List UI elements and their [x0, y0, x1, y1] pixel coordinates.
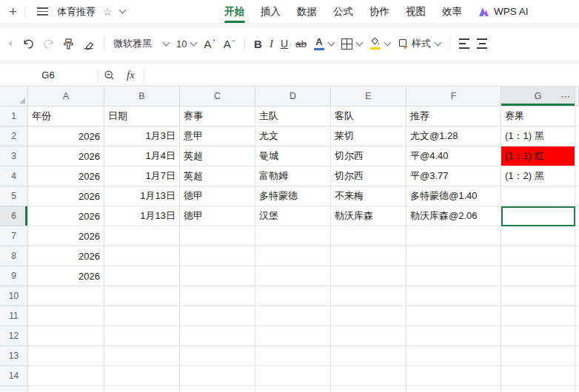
cell-f2[interactable]: 尤文@1.28 [406, 126, 501, 146]
row-header-11[interactable]: 11 [0, 306, 28, 326]
col-header-b[interactable]: B [104, 87, 180, 107]
cell-e2[interactable]: 莱切 [331, 126, 406, 146]
cell-b10[interactable] [104, 286, 180, 306]
cell-e14[interactable] [331, 366, 406, 386]
col-header-a[interactable]: A [28, 87, 104, 107]
cell-c10[interactable] [180, 286, 255, 306]
cell-e5[interactable]: 不来梅 [331, 186, 406, 206]
align-left-button[interactable] [459, 37, 469, 50]
cell-f13[interactable] [406, 346, 501, 366]
row-header-1[interactable]: 1 [0, 107, 28, 126]
cell-a12[interactable] [28, 326, 104, 346]
cell-g5[interactable] [501, 186, 575, 206]
chevron-down-icon[interactable] [356, 38, 364, 46]
cell-d4[interactable]: 富勒姆 [255, 166, 331, 186]
row-header-15[interactable]: 15 [0, 386, 28, 392]
cell-c9[interactable] [180, 266, 255, 286]
cell-f4[interactable]: 平@3.77 [406, 166, 501, 186]
cell-a15[interactable] [28, 386, 104, 392]
cell-a10[interactable] [28, 286, 104, 306]
cell-b1[interactable]: 日期 [104, 107, 180, 126]
cell-f15[interactable] [406, 386, 501, 392]
tab-formulas[interactable]: 公式 [333, 0, 353, 23]
cell-e6[interactable]: 勒沃库森 [331, 206, 406, 226]
tab-data[interactable]: 数据 [297, 0, 317, 23]
cell-c7[interactable] [180, 226, 255, 246]
cell-e15[interactable] [331, 386, 406, 392]
cell-e12[interactable] [331, 326, 406, 346]
more-columns-icon[interactable]: ⋯ [560, 91, 571, 102]
cell-g11[interactable] [501, 306, 575, 326]
cell-a9[interactable]: 2026 [28, 266, 104, 286]
cell-b12[interactable] [104, 326, 180, 346]
cell-c14[interactable] [180, 366, 255, 386]
cell-d15[interactable] [255, 386, 331, 392]
new-tab-button[interactable]: + [9, 4, 17, 20]
cell-a4[interactable]: 2026 [28, 166, 104, 186]
italic-button[interactable]: I [270, 38, 273, 50]
cell-b4[interactable]: 1月7日 [104, 166, 180, 186]
cell-a7[interactable]: 2026 [28, 226, 104, 246]
cell-d1[interactable]: 主队 [255, 107, 331, 126]
cell-d13[interactable] [255, 346, 331, 366]
cell-a8[interactable]: 2026 [28, 246, 104, 266]
cell-g7[interactable] [501, 226, 575, 246]
cell-b15[interactable] [104, 386, 180, 392]
row-header-2[interactable]: 2 [0, 126, 28, 146]
cell-e1[interactable]: 客队 [331, 107, 406, 126]
menu-icon[interactable] [37, 5, 48, 18]
cell-h12[interactable] [575, 326, 579, 346]
fill-color-button[interactable] [369, 38, 390, 50]
cell-d6[interactable]: 汉堡 [255, 206, 331, 226]
row-header-4[interactable]: 4 [0, 166, 28, 186]
cell-f11[interactable] [406, 306, 501, 326]
cell-c12[interactable] [180, 326, 255, 346]
cell-e7[interactable] [331, 226, 406, 246]
cell-d7[interactable] [255, 226, 331, 246]
zoom-out-button[interactable] [104, 70, 116, 81]
cell-h14[interactable] [575, 366, 579, 386]
formula-input[interactable] [146, 64, 579, 86]
cell-e8[interactable] [331, 246, 406, 266]
tab-wps-ai[interactable]: WPS AI [478, 6, 529, 17]
cell-f8[interactable] [406, 246, 501, 266]
cell-g4[interactable]: (1：2) 黑 [501, 166, 575, 186]
cell-f9[interactable] [406, 266, 501, 286]
cell-h5[interactable] [575, 186, 579, 206]
cell-h7[interactable] [575, 226, 579, 246]
increase-font-button[interactable]: A+ [204, 38, 215, 50]
doc-title-chevron-icon[interactable] [118, 7, 126, 14]
collapse-toolbar-button[interactable] [7, 41, 15, 47]
cell-e4[interactable]: 切尔西 [331, 166, 406, 186]
cell-h13[interactable] [575, 346, 579, 366]
cell-c15[interactable] [180, 386, 255, 392]
undo-button[interactable] [22, 38, 35, 50]
row-header-7[interactable]: 7 [0, 226, 28, 246]
cell-d14[interactable] [255, 366, 331, 386]
cell-a11[interactable] [28, 306, 104, 326]
decrease-font-button[interactable]: A− [224, 38, 235, 50]
cell-g13[interactable] [501, 346, 575, 366]
cell-c6[interactable]: 德甲 [180, 206, 255, 226]
font-color-button[interactable]: A [314, 37, 334, 50]
cell-d12[interactable] [255, 326, 331, 346]
cell-e3[interactable]: 切尔西 [331, 146, 406, 166]
cell-f7[interactable] [406, 226, 501, 246]
col-header-c[interactable]: C [180, 87, 255, 107]
cell-h15[interactable] [575, 386, 579, 392]
cell-g2[interactable]: (1：1) 黑 [501, 126, 575, 146]
cell-f10[interactable] [406, 286, 501, 306]
cell-a1[interactable]: 年份 [28, 107, 104, 126]
cell-f1[interactable]: 推荐 [406, 107, 501, 126]
cell-h2[interactable] [575, 126, 579, 146]
clear-format-button[interactable] [82, 38, 95, 50]
cell-g8[interactable] [501, 246, 575, 266]
chevron-down-icon[interactable] [328, 38, 335, 46]
cell-e13[interactable] [331, 346, 406, 366]
cell-e11[interactable] [331, 306, 406, 326]
cell-h3[interactable] [575, 146, 579, 166]
chevron-down-icon[interactable] [384, 38, 392, 46]
cell-f12[interactable] [406, 326, 501, 346]
cell-d5[interactable]: 多特蒙德 [255, 186, 331, 206]
cell-f6[interactable]: 勒沃库森@2.06 [406, 206, 501, 226]
